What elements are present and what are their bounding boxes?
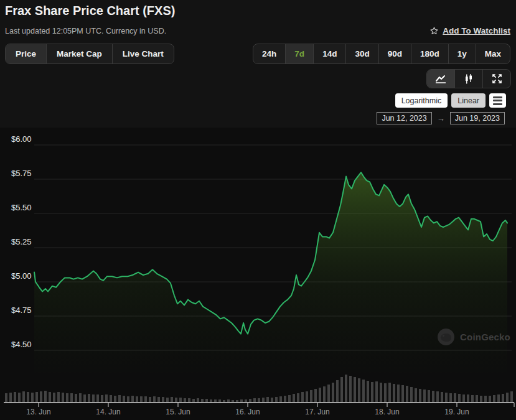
star-icon <box>429 26 439 35</box>
svg-text:15. Jun: 15. Jun <box>166 408 190 416</box>
date-from-input[interactable]: Jun 12, 2023 <box>377 112 431 124</box>
range-button-24h[interactable]: 24h <box>253 44 285 63</box>
line-chart-icon <box>434 74 447 84</box>
svg-text:19. Jun: 19. Jun <box>444 408 469 416</box>
svg-text:14. Jun: 14. Jun <box>96 408 120 416</box>
chart-type-toolbar <box>426 69 511 88</box>
candlestick-chart-button[interactable] <box>454 70 482 88</box>
fullscreen-button[interactable] <box>482 70 510 88</box>
svg-text:16. Jun: 16. Jun <box>235 408 260 416</box>
page: $6.00$5.75$5.50$5.25$5.00$4.75$4.5013. J… <box>0 0 516 420</box>
range-button-max[interactable]: Max <box>476 44 510 63</box>
add-to-watchlist-link[interactable]: Add To Watchlist <box>429 26 510 35</box>
hamburger-icon <box>493 96 502 105</box>
logarithmic-button[interactable]: Logarithmic <box>395 93 448 108</box>
watermark-label: CoinGecko <box>460 332 510 342</box>
range-button-90d[interactable]: 90d <box>378 44 411 63</box>
svg-text:$5.75: $5.75 <box>11 169 32 178</box>
last-updated-text: Last updated 12:05PM UTC. Currency in US… <box>5 27 166 35</box>
time-range-group: 24h7d14d30d90d180d1yMax <box>253 44 510 64</box>
range-button-1y[interactable]: 1y <box>448 44 476 63</box>
svg-text:13. Jun: 13. Jun <box>26 408 50 416</box>
range-button-14d[interactable]: 14d <box>313 44 345 63</box>
tab-price[interactable]: Price <box>6 44 46 63</box>
svg-text:18. Jun: 18. Jun <box>375 408 399 416</box>
svg-text:$4.75: $4.75 <box>11 306 32 315</box>
svg-text:$6.00: $6.00 <box>11 134 32 144</box>
expand-icon <box>492 73 502 84</box>
page-title: Frax Share Price Chart (FXS) <box>5 2 175 19</box>
coingecko-logo-icon <box>438 329 454 345</box>
candlestick-icon <box>462 73 475 85</box>
metric-tab-group: PriceMarket CapLive Chart <box>5 44 174 64</box>
scale-toolbar: Logarithmic Linear <box>395 93 506 108</box>
arrow-right-icon: → <box>437 114 445 123</box>
svg-text:$5.50: $5.50 <box>11 203 32 212</box>
linear-button[interactable]: Linear <box>451 93 486 108</box>
watchlist-label: Add To Watchlist <box>443 26 510 35</box>
coingecko-watermark: CoinGecko <box>438 329 510 345</box>
tab-live-chart[interactable]: Live Chart <box>112 44 174 63</box>
svg-text:$4.50: $4.50 <box>11 340 32 349</box>
range-button-7d[interactable]: 7d <box>285 44 313 63</box>
line-chart-button[interactable] <box>427 70 454 88</box>
date-range-picker: Jun 12, 2023 → Jun 19, 2023 <box>377 112 505 124</box>
tab-market-cap[interactable]: Market Cap <box>46 44 112 63</box>
svg-text:$5.25: $5.25 <box>11 237 32 246</box>
svg-text:$5.00: $5.00 <box>11 271 32 281</box>
svg-text:17. Jun: 17. Jun <box>305 408 329 416</box>
range-button-180d[interactable]: 180d <box>411 44 448 63</box>
range-button-30d[interactable]: 30d <box>345 44 378 63</box>
chart-menu-button[interactable] <box>489 93 506 108</box>
date-to-input[interactable]: Jun 19, 2023 <box>450 112 505 124</box>
